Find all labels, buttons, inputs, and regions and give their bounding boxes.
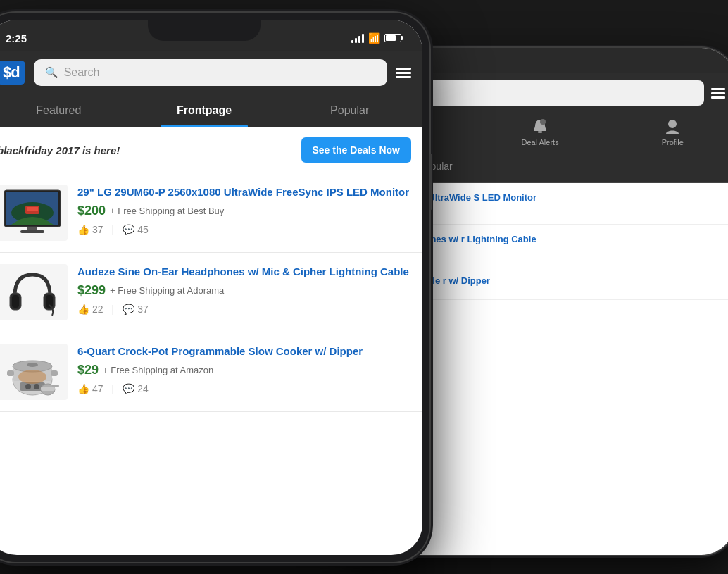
deal-price-row-crockpot: $29 + Free Shipping at Amazon bbox=[77, 363, 411, 378]
svg-point-15 bbox=[27, 363, 38, 367]
deal-price-headphones: $299 bbox=[77, 283, 106, 298]
deal-shipping-monitor: + Free Shipping at Best Buy bbox=[110, 206, 224, 216]
svg-rect-17 bbox=[51, 370, 58, 376]
deal-title-crockpot: 6-Quart Crock-Pot Programmable Slow Cook… bbox=[77, 344, 411, 358]
see-deals-button[interactable]: See the Deals Now bbox=[301, 137, 412, 163]
time-display: 2:25 bbox=[6, 32, 27, 44]
deal-title-headphones: Audeze Sine On-Ear Headphones w/ Mic & C… bbox=[77, 264, 411, 279]
thumbs-up-icon: 👍 bbox=[77, 304, 89, 315]
svg-rect-5 bbox=[27, 207, 38, 211]
svg-rect-28 bbox=[538, 131, 542, 133]
profile-icon bbox=[663, 118, 682, 135]
deal-item-monitor[interactable]: 29" LG 29UM60-P 2560x1080 UltraWide Free… bbox=[0, 173, 422, 253]
deal-image-monitor bbox=[0, 185, 68, 241]
svg-rect-16 bbox=[7, 370, 14, 376]
comment-icon: 💬 bbox=[123, 383, 134, 394]
nav-profile[interactable]: Profile bbox=[662, 118, 684, 146]
tab-featured[interactable]: Featured bbox=[0, 94, 132, 127]
bf-text: blackfriday 2017 is here! bbox=[0, 144, 120, 156]
thumbs-up-icon: 👍 bbox=[77, 383, 89, 394]
svg-rect-9 bbox=[12, 295, 19, 308]
app-logo: $d bbox=[0, 61, 25, 85]
tab-popular[interactable]: Popular bbox=[277, 94, 422, 127]
svg-point-19 bbox=[25, 384, 31, 389]
status-icons: 📶 bbox=[351, 32, 403, 44]
thumbs-up-icon: 👍 bbox=[77, 224, 89, 235]
app-header: $d 🔍 Search bbox=[0, 51, 422, 94]
signal-icon bbox=[351, 34, 364, 43]
deal-shipping-headphones: + Free Shipping at Adorama bbox=[110, 285, 224, 296]
deal-shipping-crockpot: + Free Shipping at Amazon bbox=[103, 365, 213, 375]
deal-likes-headphones: 👍 22 bbox=[77, 304, 103, 315]
list-view-button[interactable] bbox=[396, 68, 411, 78]
notch bbox=[148, 20, 261, 41]
front-screen: 2:25 📶 bbox=[0, 20, 422, 555]
deal-price-row-monitor: $200 + Free Shipping at Best Buy bbox=[77, 204, 411, 218]
search-placeholder: Search bbox=[64, 66, 100, 79]
nav-deal-alerts[interactable]: Deal Alerts bbox=[521, 118, 558, 146]
deal-likes-monitor: 👍 37 bbox=[77, 224, 103, 235]
power-button[interactable] bbox=[429, 154, 432, 210]
back-list-icon[interactable] bbox=[711, 88, 725, 99]
deal-price-monitor: $200 bbox=[77, 204, 106, 218]
svg-rect-24 bbox=[52, 385, 59, 387]
deal-item-headphones[interactable]: Audeze Sine On-Ear Headphones w/ Mic & C… bbox=[0, 253, 422, 332]
svg-point-20 bbox=[34, 384, 39, 389]
svg-point-30 bbox=[668, 120, 677, 128]
deal-meta-headphones: 👍 22 | 💬 37 bbox=[77, 304, 411, 315]
phone-front-container: 2:25 📶 bbox=[21, 13, 472, 562]
deal-info-crockpot: 6-Quart Crock-Pot Programmable Slow Cook… bbox=[77, 344, 411, 394]
svg-point-29 bbox=[540, 119, 546, 125]
deal-price-row-headphones: $299 + Free Shipping at Adorama bbox=[77, 283, 411, 298]
search-bar[interactable]: 🔍 Search bbox=[34, 59, 387, 86]
deal-info-monitor: 29" LG 29UM60-P 2560x1080 UltraWide Free… bbox=[77, 185, 411, 235]
tab-frontpage[interactable]: Frontpage bbox=[132, 94, 277, 127]
deal-item-crockpot[interactable]: 6-Quart Crock-Pot Programmable Slow Cook… bbox=[0, 332, 422, 412]
deal-meta-crockpot: 👍 47 | 💬 24 bbox=[77, 383, 411, 394]
phone-front: 2:25 📶 bbox=[0, 13, 429, 562]
deal-image-crockpot bbox=[0, 344, 68, 400]
svg-rect-7 bbox=[20, 230, 44, 233]
svg-point-21 bbox=[18, 370, 46, 384]
deal-meta-monitor: 👍 37 | 💬 45 bbox=[77, 224, 411, 235]
blackfriday-banner: blackfriday 2017 is here! See the Deals … bbox=[0, 127, 422, 173]
comment-icon: 💬 bbox=[123, 304, 134, 315]
deal-image-headphones bbox=[0, 264, 68, 320]
deal-title-monitor: 29" LG 29UM60-P 2560x1080 UltraWide Free… bbox=[77, 185, 411, 199]
wifi-icon: 📶 bbox=[368, 32, 380, 44]
main-tabs: Featured Frontpage Popular bbox=[0, 94, 422, 127]
battery-icon bbox=[384, 34, 403, 42]
deal-info-headphones: Audeze Sine On-Ear Headphones w/ Mic & C… bbox=[77, 264, 411, 315]
deal-comments-headphones: 💬 37 bbox=[123, 304, 149, 315]
deal-comments-crockpot: 💬 24 bbox=[123, 383, 149, 394]
search-icon: 🔍 bbox=[45, 66, 58, 79]
svg-rect-23 bbox=[41, 387, 55, 391]
deal-comments-monitor: 💬 45 bbox=[123, 224, 149, 235]
deal-price-crockpot: $29 bbox=[77, 363, 99, 378]
deal-alerts-icon bbox=[530, 118, 550, 135]
comment-icon: 💬 bbox=[123, 224, 134, 235]
deal-list: 29" LG 29UM60-P 2560x1080 UltraWide Free… bbox=[0, 173, 422, 412]
deal-likes-crockpot: 👍 47 bbox=[77, 383, 103, 394]
